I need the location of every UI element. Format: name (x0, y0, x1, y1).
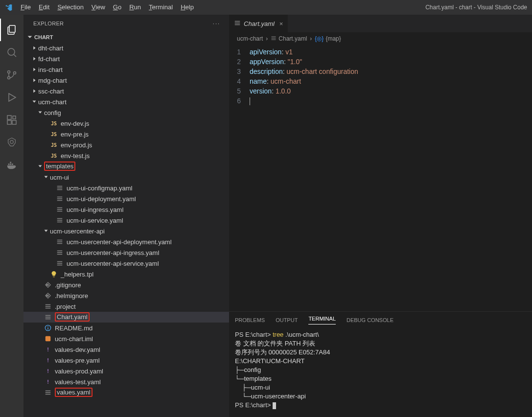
tab-chart-yaml[interactable]: Chart.yaml × (229, 15, 288, 32)
file-icon (56, 184, 64, 192)
tree-file[interactable]: ucm-usercenter-api-service.yaml (23, 258, 229, 269)
tree-label: ucm-chart (38, 98, 67, 106)
breadcrumb-item[interactable]: Chart.yaml (278, 35, 307, 42)
tree-file[interactable]: !values-pre.yaml (23, 355, 229, 366)
tree-file[interactable]: _helpers.tpl (23, 269, 229, 279)
tree-file[interactable]: !values-dev.yaml (23, 344, 229, 355)
file-tree: dht-chartfd-chartins-chartmdg-chartssc-c… (23, 43, 229, 398)
tree-file[interactable]: ucm-ui-ingress.yaml (23, 204, 229, 215)
yaml-file-icon (271, 35, 277, 43)
tree-file[interactable]: values.yaml (23, 387, 229, 398)
chevron-icon (48, 206, 56, 213)
tree-file[interactable]: ucm-usercenter-api-deployment.yaml (23, 236, 229, 247)
activity-bar (0, 15, 23, 417)
line-number: 1 (229, 47, 250, 57)
tree-file[interactable]: JSenv-pre.js (23, 129, 229, 139)
menu-item[interactable]: Go (109, 0, 125, 15)
code-line[interactable] (250, 96, 250, 106)
tree-folder[interactable]: dht-chart (23, 43, 229, 53)
menu-item[interactable]: Help (177, 0, 198, 15)
panel-tab[interactable]: TERMINAL (308, 316, 336, 324)
explorer-icon[interactable] (0, 19, 23, 41)
run-debug-icon[interactable] (0, 86, 23, 109)
tree-folder[interactable]: fd-chart (23, 53, 229, 64)
tree-file[interactable]: JSenv-prod.js (23, 139, 229, 150)
panel-tab[interactable]: PROBLEMS (235, 317, 265, 323)
menu-item[interactable]: Terminal (145, 0, 177, 15)
tree-folder[interactable]: ucm-ui (23, 172, 229, 183)
code-editor[interactable]: 1apiVersion: v12appVersion: "1.0"3descri… (229, 45, 532, 106)
menu-item[interactable]: Run (125, 0, 145, 15)
tree-folder[interactable]: ucm-chart (23, 96, 229, 107)
close-icon[interactable]: × (279, 20, 283, 27)
terminal[interactable]: PS E:\chart> tree .\ucm-chart\卷 文档 的文件夹 … (229, 328, 532, 417)
line-number: 5 (229, 86, 250, 96)
file-icon (56, 259, 64, 267)
code-line[interactable]: appVersion: "1.0" (250, 57, 302, 67)
breadcrumb-item[interactable]: {map} (325, 35, 341, 42)
code-line[interactable]: description: ucm-chart configuration (250, 67, 358, 76)
menu-item[interactable]: View (88, 0, 109, 15)
chevron-icon (30, 76, 38, 84)
tree-label: ucm-ui (50, 174, 69, 181)
tree-folder[interactable]: ins-chart (23, 64, 229, 75)
explorer-title: EXPLORER (33, 21, 64, 26)
code-line[interactable]: apiVersion: v1 (250, 47, 293, 57)
tree-file[interactable]: .project (23, 301, 229, 312)
chevron-icon (48, 184, 56, 192)
tree-file[interactable]: ucm-chart.iml (23, 333, 229, 344)
tree-label: values-prod.yaml (55, 368, 103, 375)
chevron-right-icon: › (310, 35, 312, 42)
breadcrumb[interactable]: ucm-chart › Chart.yaml › {◎} {map} (229, 32, 532, 45)
code-line[interactable]: name: ucm-chart (250, 76, 301, 86)
tree-label: values-test.yaml (55, 378, 101, 386)
tree-folder[interactable]: ssc-chart (23, 86, 229, 96)
tree-file[interactable]: !values-test.yaml (23, 376, 229, 387)
tree-folder[interactable]: templates (23, 161, 229, 172)
file-icon (56, 249, 64, 256)
search-icon[interactable] (0, 41, 23, 64)
chevron-right-icon: › (266, 35, 268, 42)
extensions-icon[interactable] (0, 109, 23, 131)
docker-icon[interactable] (0, 154, 23, 176)
tree-folder[interactable]: ucm-usercenter-api (23, 226, 229, 236)
menu-item[interactable]: File (17, 0, 35, 15)
section-header[interactable]: CHART (23, 32, 229, 43)
tree-file[interactable]: ucm-ui-deployment.yaml (23, 193, 229, 204)
menu-item[interactable]: Selection (53, 0, 87, 15)
tree-label: values.yaml (55, 388, 93, 397)
tree-label: mdg-chart (38, 77, 67, 84)
code-line[interactable]: version: 1.0.0 (250, 86, 291, 96)
tree-label: ucm-ui-service.yaml (67, 217, 123, 224)
tree-file[interactable]: README.md (23, 323, 229, 333)
tree-file[interactable]: Chart.yaml (23, 312, 229, 323)
tree-file[interactable]: ucm-usercenter-api-ingress.yaml (23, 247, 229, 258)
panel-tab[interactable]: OUTPUT (276, 317, 298, 323)
tree-file[interactable]: .gitignore (23, 279, 229, 290)
tree-file[interactable]: JSenv-dev.js (23, 118, 229, 129)
tree-folder[interactable]: mdg-chart (23, 75, 229, 86)
svg-point-17 (47, 294, 48, 295)
file-icon (44, 313, 52, 321)
svg-rect-12 (12, 163, 13, 165)
menu-item[interactable]: Edit (35, 0, 53, 15)
kubernetes-icon[interactable] (0, 131, 23, 154)
tree-file[interactable]: .helmignore (23, 290, 229, 301)
panel-tab[interactable]: DEBUG CONSOLE (347, 317, 393, 323)
source-control-icon[interactable] (0, 64, 23, 86)
tree-file[interactable]: !values-prod.yaml (23, 366, 229, 376)
tree-label: values-pre.yaml (55, 357, 100, 364)
tree-folder[interactable]: config (23, 107, 229, 118)
tree-file[interactable]: ucm-ui-service.yaml (23, 215, 229, 226)
svg-rect-10 (8, 163, 10, 165)
more-actions-icon[interactable]: ··· (213, 21, 220, 26)
tree-file[interactable]: JSenv-test.js (23, 150, 229, 161)
breadcrumb-item[interactable]: ucm-chart (237, 35, 263, 42)
tree-label: _helpers.tpl (61, 271, 93, 278)
chevron-icon (48, 216, 56, 224)
svg-point-4 (14, 72, 16, 74)
line-number: 6 (229, 96, 250, 106)
tree-label: fd-chart (38, 55, 60, 63)
tree-file[interactable]: ucm-ui-configmap.yaml (23, 183, 229, 193)
tree-label: ucm-usercenter-api-ingress.yaml (67, 249, 159, 256)
